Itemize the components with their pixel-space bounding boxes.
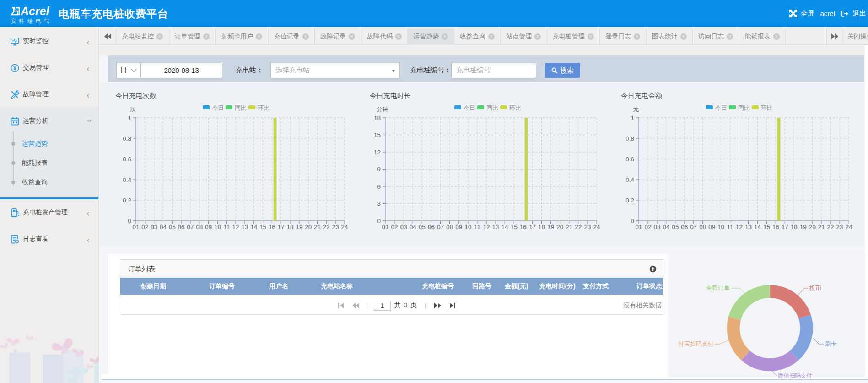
svg-text:13: 13 [241,224,248,230]
svg-text:23: 23 [584,224,591,230]
svg-text:13: 13 [492,224,499,230]
svg-text:0.2: 0.2 [625,197,634,204]
svg-text:0.8: 0.8 [625,135,634,142]
svg-text:17: 17 [529,224,536,230]
svg-text:13: 13 [745,224,752,230]
svg-text:0: 0 [377,218,381,224]
svg-text:免费订单: 免费订单 [706,285,730,291]
svg-text:环比: 环比 [760,104,773,111]
svg-text:22: 22 [827,224,834,230]
svg-text:11: 11 [474,224,480,230]
svg-text:19: 19 [800,224,807,230]
svg-text:10: 10 [214,224,221,230]
svg-text:同比: 同比 [486,104,498,111]
svg-text:环比: 环比 [257,104,270,111]
svg-text:02: 02 [644,224,651,230]
svg-text:21: 21 [818,224,825,230]
svg-text:21: 21 [566,224,572,230]
svg-text:14: 14 [250,224,258,230]
svg-text:05: 05 [169,224,176,230]
svg-text:01: 01 [635,224,642,230]
svg-text:15: 15 [374,131,381,138]
svg-text:20: 20 [305,224,312,230]
svg-text:07: 07 [187,224,194,230]
svg-text:14: 14 [501,224,509,230]
svg-text:02: 02 [141,224,148,230]
svg-text:19: 19 [296,224,302,230]
svg-text:06: 06 [178,224,185,230]
svg-text:12: 12 [374,149,381,156]
svg-text:22: 22 [323,224,330,230]
svg-text:0: 0 [128,218,131,224]
svg-text:04: 04 [160,224,167,230]
svg-text:15: 15 [259,224,266,230]
svg-text:18: 18 [791,224,798,230]
svg-text:12: 12 [483,224,490,230]
svg-text:今日: 今日 [464,104,475,111]
svg-text:07: 07 [437,224,444,230]
svg-text:01: 01 [132,224,139,230]
svg-text:0.8: 0.8 [123,135,131,142]
svg-text:01: 01 [382,224,388,230]
svg-text:9: 9 [377,166,381,173]
svg-text:24: 24 [341,224,348,230]
svg-text:微信扫码支付: 微信扫码支付 [777,372,813,379]
svg-text:投币: 投币 [809,285,821,291]
svg-text:10: 10 [464,224,471,230]
svg-text:21: 21 [314,224,321,230]
svg-text:环比: 环比 [509,104,521,111]
svg-text:付宝扫码支付: 付宝扫码支付 [678,340,714,347]
svg-text:11: 11 [727,224,733,230]
svg-text:分钟: 分钟 [377,106,388,113]
svg-text:16: 16 [772,224,779,230]
svg-text:23: 23 [332,224,339,230]
svg-text:02: 02 [391,224,398,230]
svg-text:16: 16 [269,224,275,230]
svg-text:同比: 同比 [738,104,750,111]
svg-text:08: 08 [699,224,706,230]
svg-text:08: 08 [196,224,203,230]
svg-text:09: 09 [455,224,462,230]
svg-text:06: 06 [681,224,688,230]
svg-text:05: 05 [672,224,679,230]
svg-text:Acrel: Acrel [20,5,50,17]
svg-text:18: 18 [538,224,545,230]
svg-text:1: 1 [128,115,131,121]
svg-text:今日: 今日 [212,104,224,111]
svg-text:今日充电时长: 今日充电时长 [370,92,411,99]
svg-text:03: 03 [653,224,660,230]
svg-text:同比: 同比 [235,104,247,111]
svg-text:11: 11 [223,224,230,230]
svg-text:03: 03 [400,224,407,230]
svg-text:04: 04 [410,224,417,230]
svg-text:15: 15 [763,224,770,230]
svg-text:20: 20 [809,224,816,230]
svg-text:17: 17 [278,224,285,230]
svg-text:05: 05 [419,224,426,230]
svg-text:06: 06 [428,224,435,230]
svg-text:0.4: 0.4 [625,176,634,183]
svg-text:09: 09 [205,224,212,230]
svg-text:08: 08 [446,224,453,230]
svg-text:19: 19 [547,224,554,230]
svg-text:安科瑞电气: 安科瑞电气 [11,18,52,24]
svg-text:14: 14 [754,224,761,230]
svg-text:18: 18 [374,115,381,121]
svg-text:6: 6 [377,183,381,190]
svg-text:0.6: 0.6 [123,156,131,163]
svg-text:12: 12 [232,224,239,230]
svg-text:0.2: 0.2 [123,197,131,204]
svg-text:今日充电次数: 今日充电次数 [115,92,156,99]
svg-text:24: 24 [593,224,600,230]
svg-text:0.4: 0.4 [123,176,131,183]
svg-text:0.6: 0.6 [625,156,634,163]
svg-text:18: 18 [286,224,293,230]
svg-text:刷卡: 刷卡 [825,340,837,347]
svg-text:03: 03 [151,224,157,230]
svg-text:今日充电金额: 今日充电金额 [621,92,662,99]
svg-text:元: 元 [633,106,639,113]
svg-text:1: 1 [631,115,634,121]
svg-text:24: 24 [845,224,852,230]
svg-text:17: 17 [782,224,788,230]
svg-text:07: 07 [690,224,697,230]
